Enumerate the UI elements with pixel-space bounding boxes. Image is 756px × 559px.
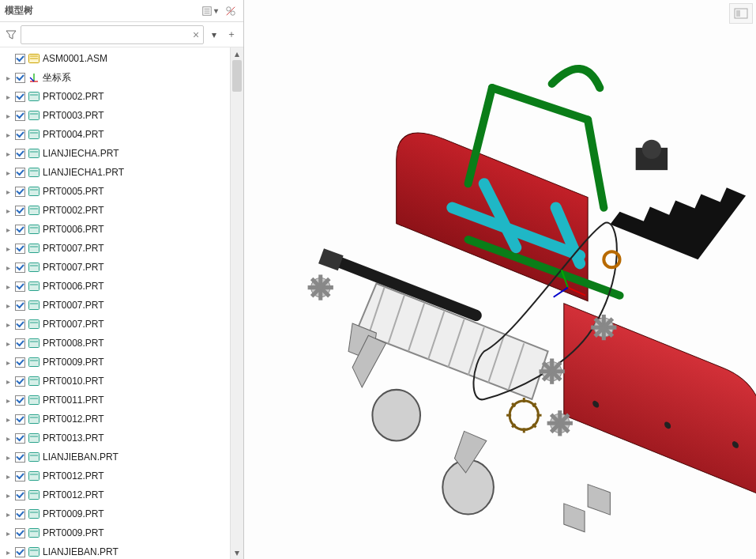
expand-icon[interactable]: ▸ [3,509,13,519]
visibility-checkbox[interactable] [15,528,25,538]
expand-icon[interactable]: ▸ [3,225,13,234]
visibility-checkbox[interactable] [15,225,25,235]
expand-icon[interactable]: ▸ [3,187,13,196]
expand-icon[interactable]: ▸ [3,244,13,253]
visibility-checkbox[interactable] [15,263,25,273]
tree-node[interactable]: ▸PRT0012.PRT [2,485,231,504]
tree-node[interactable]: ▸PRT0006.PRT [2,277,231,296]
expand-icon[interactable]: ▸ [3,547,13,557]
visibility-checkbox[interactable] [15,111,25,121]
svg-line-69 [492,88,588,119]
tree-node[interactable]: ▸PRT0012.PRT [2,410,231,429]
tree-scrollbar[interactable]: ▴ ▾ [230,47,243,559]
tree-node[interactable]: ▸PRT0009.PRT [2,523,231,542]
visibility-checkbox[interactable] [15,130,25,140]
tree-node[interactable]: ▸PRT0002.PRT [2,201,231,220]
visibility-checkbox[interactable] [15,168,25,178]
expand-icon[interactable]: ▸ [3,490,13,500]
expand-icon[interactable]: ▸ [3,92,13,101]
tree-node[interactable]: ▸PRT0013.PRT [2,429,231,448]
3d-viewport[interactable] [244,0,756,559]
visibility-checkbox[interactable] [15,395,25,406]
tree-node[interactable]: ▸PRT0002.PRT [2,87,231,106]
tree-node[interactable]: ▸PRT0011.PRT [2,391,231,410]
prt-icon [28,413,40,425]
tree-node[interactable]: ▸PRT0007.PRT [2,258,231,277]
tree-node[interactable]: ▸坐标系 [2,68,231,87]
tree-root-node[interactable]: ASM0001.ASM [2,49,231,68]
tree-node[interactable]: ▸LIANJIEBAN.PRT [2,542,231,559]
tree-node[interactable]: ▸LIANJIEBAN.PRT [2,448,231,466]
svg-rect-21 [29,168,39,177]
model-tree[interactable]: ASM0001.ASM▸坐标系▸PRT0002.PRT▸PRT0003.PRT▸… [0,47,231,559]
expand-icon[interactable]: ▸ [3,414,13,424]
visibility-checkbox[interactable] [15,433,25,444]
expand-icon[interactable]: ▸ [3,111,13,120]
visibility-checkbox[interactable] [15,471,25,482]
visibility-checkbox[interactable] [15,300,25,311]
expand-icon[interactable]: ▸ [3,376,13,386]
expand-icon[interactable]: ▸ [3,168,13,177]
clear-search-icon[interactable]: × [189,28,203,42]
tree-node[interactable]: ▸PRT0003.PRT [2,106,231,125]
visibility-checkbox[interactable] [15,54,25,64]
visibility-checkbox[interactable] [15,376,25,387]
expand-icon[interactable]: ▸ [3,338,13,348]
tree-node[interactable]: ▸PRT0004.PRT [2,125,231,144]
tree-node[interactable]: ▸PRT0005.PRT [2,182,231,201]
expand-icon[interactable]: ▸ [3,300,13,310]
visibility-checkbox[interactable] [15,149,25,159]
visibility-checkbox[interactable] [15,338,25,349]
tree-node[interactable]: ▸PRT0008.PRT [2,334,231,353]
visibility-checkbox[interactable] [15,414,25,425]
scroll-thumb[interactable] [232,60,242,92]
visibility-checkbox[interactable] [15,547,25,557]
expand-icon[interactable]: ▸ [3,281,13,291]
search-dropdown-icon[interactable]: ▾ [207,26,221,43]
tree-node-label: PRT0012.PRT [43,489,104,500]
show-hide-icon[interactable] [223,3,239,19]
tree-node[interactable]: ▸PRT0009.PRT [2,353,231,372]
visibility-checkbox[interactable] [15,319,25,330]
add-tree-item-icon[interactable]: ＋ [224,26,239,43]
visibility-checkbox[interactable] [15,92,25,102]
tree-node[interactable]: ▸PRT0007.PRT [2,296,231,315]
settings-dropdown-icon[interactable]: ▾ [214,6,218,15]
tree-node[interactable]: ▸LIANJIECHA1.PRT [2,163,231,182]
visibility-checkbox[interactable] [15,73,25,83]
visibility-checkbox[interactable] [15,206,25,216]
tree-node[interactable]: ▸PRT0012.PRT [2,466,231,485]
visibility-checkbox[interactable] [15,244,25,254]
visibility-checkbox[interactable] [15,357,25,368]
expand-icon[interactable]: ▸ [3,433,13,443]
prt-icon [28,242,40,255]
expand-icon[interactable]: ▸ [3,528,13,538]
tree-node[interactable]: ▸PRT0010.PRT [2,372,231,391]
expand-icon[interactable]: ▸ [3,357,13,367]
expand-icon[interactable]: ▸ [3,206,13,215]
expand-icon[interactable]: ▸ [3,73,13,82]
expand-icon[interactable]: ▸ [3,471,13,481]
filter-icon[interactable] [5,28,17,41]
search-input[interactable] [21,27,189,43]
settings-list-icon[interactable] [199,3,215,19]
expand-icon[interactable]: ▸ [3,319,13,329]
visibility-checkbox[interactable] [15,490,25,500]
visibility-checkbox[interactable] [15,187,25,197]
expand-icon[interactable]: ▸ [3,130,13,139]
expand-icon[interactable]: ▸ [3,149,13,158]
tree-node[interactable]: ▸PRT0007.PRT [2,315,231,334]
visibility-checkbox[interactable] [15,281,25,292]
tree-node[interactable]: ▸PRT0007.PRT [2,239,231,258]
expand-icon[interactable]: ▸ [3,263,13,272]
visibility-checkbox[interactable] [15,509,25,519]
scroll-up-icon[interactable]: ▴ [231,47,243,60]
viewport-canvas[interactable] [244,0,756,559]
tree-node[interactable]: ▸PRT0006.PRT [2,220,231,239]
expand-icon[interactable]: ▸ [3,395,13,405]
visibility-checkbox[interactable] [15,452,25,463]
expand-icon[interactable]: ▸ [3,452,13,462]
scroll-down-icon[interactable]: ▾ [231,546,243,559]
tree-node[interactable]: ▸PRT0009.PRT [2,504,231,523]
tree-node[interactable]: ▸LIANJIECHA.PRT [2,144,231,163]
